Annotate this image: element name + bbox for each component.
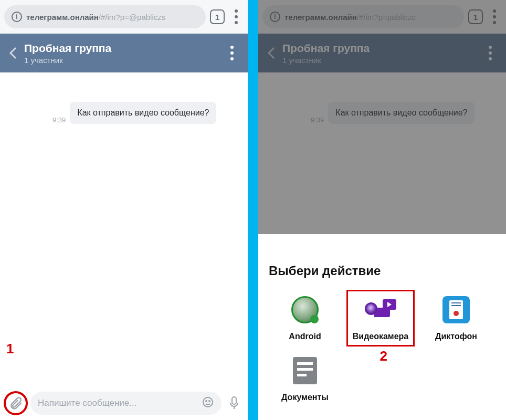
action-sheet: Выбери действие Android Видеокамера [258, 254, 506, 420]
action-grid: Android Видеокамера 2 Диктофо [269, 289, 496, 407]
browser-menu-button[interactable] [229, 9, 244, 24]
message-input[interactable]: Напишите сообщение... [30, 392, 222, 415]
callout-2-label: 2 [380, 348, 387, 364]
message-row: 9:39 Как отправить видео сообщение? [52, 102, 243, 124]
action-sheet-title: Выбери действие [269, 264, 496, 278]
svg-point-2 [209, 401, 210, 402]
documents-icon [289, 355, 321, 386]
back-button[interactable] [5, 45, 22, 61]
attach-button[interactable] [4, 392, 27, 415]
chat-title-block[interactable]: Пробная группа 1 участник [282, 42, 483, 65]
url-box[interactable]: i телеграмм.онлайн/#/im?p=@pabliczs [4, 5, 206, 28]
chat-title-block[interactable]: Пробная группа 1 участник [24, 42, 225, 65]
info-icon: i [12, 12, 22, 22]
action-label: Android [289, 332, 321, 341]
url-domain: телеграмм.онлайн [284, 13, 357, 22]
chat-menu-button[interactable] [483, 46, 498, 60]
mic-button[interactable] [225, 396, 244, 411]
tabs-button[interactable]: 1 [468, 9, 483, 24]
chat-header: Пробная группа 1 участник [0, 34, 248, 72]
action-label: Документы [281, 393, 329, 402]
info-icon: i [270, 12, 280, 22]
url-path: /#/im?p=@pabliczs [99, 13, 165, 22]
phone-right: i телеграмм.онлайн/#/im?p=pabliczc 1 Про… [258, 0, 506, 420]
browser-bar: i телеграмм.онлайн/#/im?p=@pabliczs 1 [0, 0, 248, 34]
action-dictaphone[interactable]: Диктофон [420, 289, 492, 346]
svg-rect-3 [232, 397, 236, 404]
svg-point-0 [203, 397, 213, 407]
message-time: 9:39 [311, 116, 324, 124]
back-button[interactable] [263, 45, 280, 61]
chat-header: Пробная группа 1 участник [258, 34, 506, 72]
message-row: 9:39 Как отправить видео сообщение? [311, 102, 501, 124]
dictaphone-icon [440, 294, 472, 326]
url-path: /#/im?p=pabliczc [357, 13, 416, 22]
action-label: Диктофон [435, 332, 477, 341]
url-box[interactable]: i телеграмм.онлайн/#/im?p=pabliczc [262, 5, 464, 28]
message-placeholder: Напишите сообщение... [38, 398, 197, 408]
chat-subtitle: 1 участник [24, 56, 225, 65]
chat-title: Пробная группа [24, 42, 225, 55]
action-camcorder[interactable]: Видеокамера 2 [344, 289, 417, 346]
callout-1-label: 1 [6, 341, 14, 357]
action-android[interactable]: Android [269, 289, 341, 346]
message-bubble[interactable]: Как отправить видео сообщение? [328, 102, 475, 124]
android-icon [289, 294, 321, 326]
input-bar: Напишите сообщение... [0, 386, 248, 420]
browser-menu-button[interactable] [487, 9, 502, 24]
messages-area: 9:39 Как отправить видео сообщение? 1 [0, 72, 248, 386]
camcorder-icon [365, 294, 396, 326]
chat-title: Пробная группа [282, 42, 483, 55]
action-documents[interactable]: Документы [269, 350, 341, 407]
phone-left: i телеграмм.онлайн/#/im?p=@pabliczs 1 Пр… [0, 0, 248, 420]
svg-point-1 [206, 401, 207, 402]
browser-bar: i телеграмм.онлайн/#/im?p=pabliczc 1 [258, 0, 506, 34]
action-label: Видеокамера [353, 332, 409, 341]
chat-subtitle: 1 участник [282, 56, 483, 65]
tabs-button[interactable]: 1 [210, 9, 225, 24]
chat-menu-button[interactable] [225, 46, 239, 60]
message-bubble[interactable]: Как отправить видео сообщение? [70, 102, 216, 124]
emoji-icon[interactable] [202, 396, 214, 411]
message-time: 9:39 [52, 116, 66, 124]
url-domain: телеграмм.онлайн [26, 13, 99, 22]
